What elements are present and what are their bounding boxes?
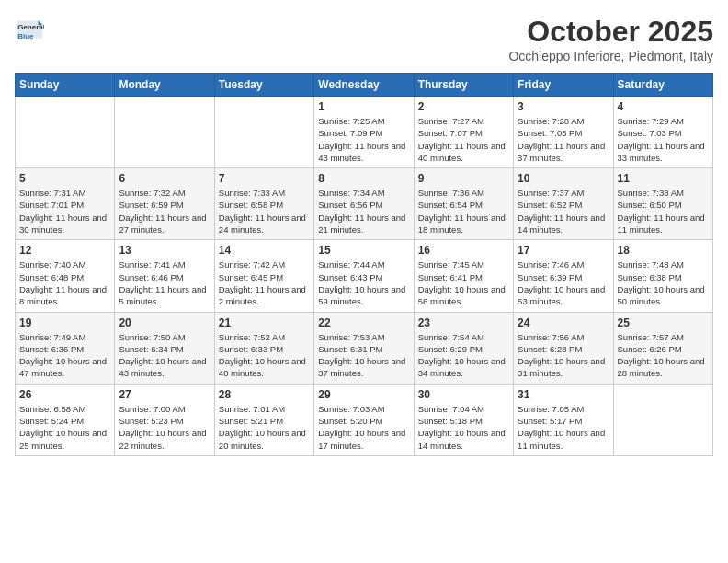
calendar-cell: 24Sunrise: 7:56 AM Sunset: 6:28 PM Dayli… (514, 312, 613, 384)
day-info: Sunrise: 7:53 AM Sunset: 6:31 PM Dayligh… (318, 331, 409, 380)
calendar-table: SundayMondayTuesdayWednesdayThursdayFrid… (15, 73, 713, 456)
day-number: 1 (318, 100, 409, 113)
day-header-tuesday: Tuesday (214, 74, 313, 97)
day-header-friday: Friday (514, 74, 613, 97)
day-info: Sunrise: 7:46 AM Sunset: 6:39 PM Dayligh… (518, 259, 609, 307)
day-info: Sunrise: 7:00 AM Sunset: 5:23 PM Dayligh… (119, 403, 210, 452)
svg-text:Blue: Blue (17, 32, 34, 40)
day-number: 29 (318, 388, 409, 401)
day-info: Sunrise: 7:27 AM Sunset: 7:07 PM Dayligh… (418, 115, 509, 164)
calendar-cell: 28Sunrise: 7:01 AM Sunset: 5:21 PM Dayli… (214, 384, 313, 455)
day-info: Sunrise: 7:54 AM Sunset: 6:29 PM Dayligh… (418, 331, 509, 380)
page-header: General Blue October 2025 Occhieppo Infe… (15, 15, 713, 63)
calendar-cell: 2Sunrise: 7:27 AM Sunset: 7:07 PM Daylig… (414, 97, 513, 168)
day-header-saturday: Saturday (613, 74, 712, 97)
day-number: 19 (19, 316, 110, 329)
day-info: Sunrise: 7:48 AM Sunset: 6:38 PM Dayligh… (618, 259, 709, 307)
day-info: Sunrise: 7:36 AM Sunset: 6:54 PM Dayligh… (418, 187, 509, 236)
calendar-cell: 4Sunrise: 7:29 AM Sunset: 7:03 PM Daylig… (613, 97, 712, 168)
day-number: 21 (219, 316, 310, 329)
day-info: Sunrise: 7:37 AM Sunset: 6:52 PM Dayligh… (518, 187, 609, 236)
title-area: October 2025 Occhieppo Inferiore, Piedmo… (508, 15, 713, 63)
logo: General Blue (15, 15, 44, 44)
calendar-cell: 3Sunrise: 7:28 AM Sunset: 7:05 PM Daylig… (514, 97, 613, 168)
week-row-3: 12Sunrise: 7:40 AM Sunset: 6:48 PM Dayli… (16, 240, 713, 312)
calendar-cell: 27Sunrise: 7:00 AM Sunset: 5:23 PM Dayli… (115, 384, 214, 455)
calendar-cell: 16Sunrise: 7:45 AM Sunset: 6:41 PM Dayli… (414, 240, 513, 312)
day-number: 17 (518, 244, 609, 257)
day-header-wednesday: Wednesday (314, 74, 414, 97)
calendar-cell (613, 384, 712, 455)
day-info: Sunrise: 7:32 AM Sunset: 6:59 PM Dayligh… (119, 187, 210, 236)
day-info: Sunrise: 7:41 AM Sunset: 6:46 PM Dayligh… (119, 259, 210, 307)
calendar-cell: 5Sunrise: 7:31 AM Sunset: 7:01 PM Daylig… (16, 168, 115, 240)
month-title: October 2025 (508, 15, 713, 49)
calendar-cell: 9Sunrise: 7:36 AM Sunset: 6:54 PM Daylig… (414, 168, 513, 240)
day-header-thursday: Thursday (414, 74, 513, 97)
day-number: 9 (418, 172, 509, 185)
day-header-monday: Monday (115, 74, 214, 97)
day-info: Sunrise: 7:52 AM Sunset: 6:33 PM Dayligh… (219, 331, 310, 380)
day-number: 13 (119, 244, 210, 257)
calendar-cell: 30Sunrise: 7:04 AM Sunset: 5:18 PM Dayli… (414, 384, 513, 455)
day-number: 28 (219, 388, 310, 401)
calendar-header-row: SundayMondayTuesdayWednesdayThursdayFrid… (16, 74, 713, 97)
day-number: 3 (518, 100, 609, 113)
day-number: 7 (219, 172, 310, 185)
calendar-cell: 22Sunrise: 7:53 AM Sunset: 6:31 PM Dayli… (314, 312, 414, 384)
day-number: 12 (19, 244, 110, 257)
calendar-cell: 23Sunrise: 7:54 AM Sunset: 6:29 PM Dayli… (414, 312, 513, 384)
day-info: Sunrise: 7:56 AM Sunset: 6:28 PM Dayligh… (518, 331, 609, 380)
day-number: 18 (618, 244, 709, 257)
calendar-cell: 13Sunrise: 7:41 AM Sunset: 6:46 PM Dayli… (115, 240, 214, 312)
day-info: Sunrise: 7:31 AM Sunset: 7:01 PM Dayligh… (19, 187, 110, 236)
week-row-4: 19Sunrise: 7:49 AM Sunset: 6:36 PM Dayli… (16, 312, 713, 384)
calendar-cell: 14Sunrise: 7:42 AM Sunset: 6:45 PM Dayli… (214, 240, 313, 312)
day-number: 6 (119, 172, 210, 185)
calendar-cell: 26Sunrise: 6:58 AM Sunset: 5:24 PM Dayli… (16, 384, 115, 455)
day-number: 30 (418, 388, 509, 401)
calendar-cell: 8Sunrise: 7:34 AM Sunset: 6:56 PM Daylig… (314, 168, 414, 240)
day-number: 11 (618, 172, 709, 185)
week-row-2: 5Sunrise: 7:31 AM Sunset: 7:01 PM Daylig… (16, 168, 713, 240)
calendar-cell: 31Sunrise: 7:05 AM Sunset: 5:17 PM Dayli… (514, 384, 613, 455)
day-number: 22 (318, 316, 409, 329)
day-number: 4 (618, 100, 709, 113)
calendar-cell: 29Sunrise: 7:03 AM Sunset: 5:20 PM Dayli… (314, 384, 414, 455)
location-subtitle: Occhieppo Inferiore, Piedmont, Italy (508, 49, 713, 63)
calendar-cell: 17Sunrise: 7:46 AM Sunset: 6:39 PM Dayli… (514, 240, 613, 312)
calendar-cell (16, 97, 115, 168)
day-info: Sunrise: 7:29 AM Sunset: 7:03 PM Dayligh… (618, 115, 709, 164)
day-info: Sunrise: 7:44 AM Sunset: 6:43 PM Dayligh… (318, 259, 409, 307)
day-number: 10 (518, 172, 609, 185)
calendar-cell: 6Sunrise: 7:32 AM Sunset: 6:59 PM Daylig… (115, 168, 214, 240)
day-number: 8 (318, 172, 409, 185)
day-number: 25 (618, 316, 709, 329)
calendar-cell: 21Sunrise: 7:52 AM Sunset: 6:33 PM Dayli… (214, 312, 313, 384)
day-info: Sunrise: 7:50 AM Sunset: 6:34 PM Dayligh… (119, 331, 210, 380)
day-info: Sunrise: 7:01 AM Sunset: 5:21 PM Dayligh… (219, 403, 310, 452)
day-number: 14 (219, 244, 310, 257)
calendar-cell: 15Sunrise: 7:44 AM Sunset: 6:43 PM Dayli… (314, 240, 414, 312)
day-info: Sunrise: 7:45 AM Sunset: 6:41 PM Dayligh… (418, 259, 509, 307)
calendar-cell: 10Sunrise: 7:37 AM Sunset: 6:52 PM Dayli… (514, 168, 613, 240)
calendar-cell: 12Sunrise: 7:40 AM Sunset: 6:48 PM Dayli… (16, 240, 115, 312)
day-number: 26 (19, 388, 110, 401)
week-row-5: 26Sunrise: 6:58 AM Sunset: 5:24 PM Dayli… (16, 384, 713, 455)
day-info: Sunrise: 7:38 AM Sunset: 6:50 PM Dayligh… (618, 187, 709, 236)
calendar-cell: 1Sunrise: 7:25 AM Sunset: 7:09 PM Daylig… (314, 97, 414, 168)
day-info: Sunrise: 7:33 AM Sunset: 6:58 PM Dayligh… (219, 187, 310, 236)
day-info: Sunrise: 7:03 AM Sunset: 5:20 PM Dayligh… (318, 403, 409, 452)
day-info: Sunrise: 7:42 AM Sunset: 6:45 PM Dayligh… (219, 259, 310, 307)
day-number: 20 (119, 316, 210, 329)
calendar-cell (115, 97, 214, 168)
logo-icon: General Blue (15, 15, 44, 44)
calendar-cell: 20Sunrise: 7:50 AM Sunset: 6:34 PM Dayli… (115, 312, 214, 384)
day-number: 16 (418, 244, 509, 257)
calendar-cell: 19Sunrise: 7:49 AM Sunset: 6:36 PM Dayli… (16, 312, 115, 384)
day-number: 15 (318, 244, 409, 257)
calendar-cell: 11Sunrise: 7:38 AM Sunset: 6:50 PM Dayli… (613, 168, 712, 240)
calendar-cell: 18Sunrise: 7:48 AM Sunset: 6:38 PM Dayli… (613, 240, 712, 312)
day-number: 27 (119, 388, 210, 401)
day-number: 5 (19, 172, 110, 185)
